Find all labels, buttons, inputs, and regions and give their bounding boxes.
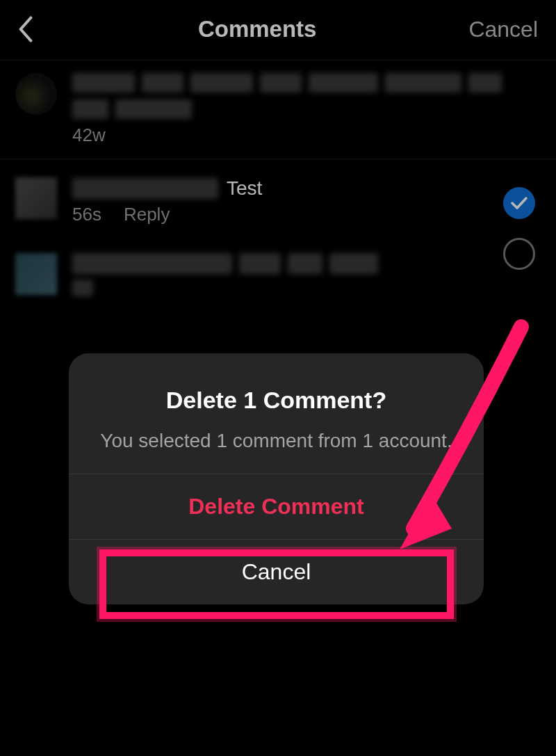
modal-cancel-button[interactable]: Cancel (69, 539, 484, 604)
modal-title: Delete 1 Comment? (97, 387, 456, 414)
delete-confirm-modal: Delete 1 Comment? You selected 1 comment… (69, 353, 484, 604)
modal-subtitle: You selected 1 comment from 1 account. (97, 428, 456, 454)
delete-comment-button[interactable]: Delete Comment (69, 474, 484, 539)
